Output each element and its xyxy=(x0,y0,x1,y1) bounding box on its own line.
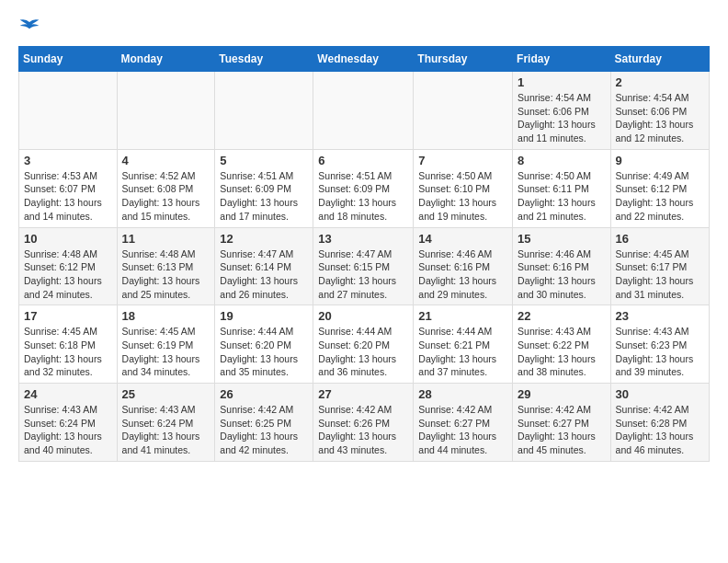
day-number: 2 xyxy=(616,75,704,89)
calendar-cell xyxy=(313,72,414,150)
day-number: 22 xyxy=(518,309,606,323)
day-info: Sunrise: 4:46 AM Sunset: 6:16 PM Dayligh… xyxy=(418,247,507,302)
day-number: 1 xyxy=(518,75,606,89)
day-number: 18 xyxy=(122,309,210,323)
calendar-cell: 22Sunrise: 4:43 AM Sunset: 6:22 PM Dayli… xyxy=(513,305,611,384)
calendar-cell: 26Sunrise: 4:42 AM Sunset: 6:25 PM Dayli… xyxy=(215,384,313,462)
calendar-cell: 24Sunrise: 4:43 AM Sunset: 6:24 PM Dayli… xyxy=(19,384,118,462)
page-header xyxy=(18,18,710,37)
day-info: Sunrise: 4:42 AM Sunset: 6:27 PM Dayligh… xyxy=(418,403,507,457)
day-number: 15 xyxy=(518,232,606,246)
day-info: Sunrise: 4:47 AM Sunset: 6:15 PM Dayligh… xyxy=(318,247,408,302)
weekday-header-tuesday: Tuesday xyxy=(215,47,313,72)
calendar-cell: 4Sunrise: 4:52 AM Sunset: 6:08 PM Daylig… xyxy=(117,149,215,227)
calendar-cell: 29Sunrise: 4:42 AM Sunset: 6:27 PM Dayli… xyxy=(513,384,611,462)
calendar-cell: 25Sunrise: 4:43 AM Sunset: 6:24 PM Dayli… xyxy=(117,384,215,462)
day-number: 29 xyxy=(518,387,606,401)
calendar-cell: 30Sunrise: 4:42 AM Sunset: 6:28 PM Dayli… xyxy=(610,384,709,462)
calendar-cell xyxy=(414,72,513,150)
day-number: 21 xyxy=(418,309,507,323)
logo xyxy=(18,18,44,37)
calendar-cell: 6Sunrise: 4:51 AM Sunset: 6:09 PM Daylig… xyxy=(313,149,414,227)
day-info: Sunrise: 4:48 AM Sunset: 6:13 PM Dayligh… xyxy=(122,247,210,302)
weekday-header-row: SundayMondayTuesdayWednesdayThursdayFrid… xyxy=(19,47,710,72)
day-number: 25 xyxy=(122,387,210,401)
day-info: Sunrise: 4:47 AM Sunset: 6:14 PM Dayligh… xyxy=(220,247,308,302)
day-info: Sunrise: 4:45 AM Sunset: 6:19 PM Dayligh… xyxy=(122,325,210,379)
calendar-cell: 18Sunrise: 4:45 AM Sunset: 6:19 PM Dayli… xyxy=(117,305,215,384)
calendar-table: SundayMondayTuesdayWednesdayThursdayFrid… xyxy=(18,46,710,462)
weekday-header-saturday: Saturday xyxy=(610,47,709,72)
week-row-4: 17Sunrise: 4:45 AM Sunset: 6:18 PM Dayli… xyxy=(19,305,710,384)
day-number: 11 xyxy=(122,232,210,246)
day-number: 27 xyxy=(318,387,408,401)
day-info: Sunrise: 4:44 AM Sunset: 6:21 PM Dayligh… xyxy=(418,325,507,379)
day-number: 12 xyxy=(220,232,308,246)
calendar-cell: 7Sunrise: 4:50 AM Sunset: 6:10 PM Daylig… xyxy=(414,149,513,227)
calendar-cell: 28Sunrise: 4:42 AM Sunset: 6:27 PM Dayli… xyxy=(414,384,513,462)
week-row-3: 10Sunrise: 4:48 AM Sunset: 6:12 PM Dayli… xyxy=(19,227,710,305)
day-info: Sunrise: 4:42 AM Sunset: 6:26 PM Dayligh… xyxy=(318,403,408,457)
day-number: 26 xyxy=(220,387,308,401)
day-number: 24 xyxy=(24,387,112,401)
day-info: Sunrise: 4:50 AM Sunset: 6:10 PM Dayligh… xyxy=(418,169,507,224)
weekday-header-friday: Friday xyxy=(513,47,611,72)
calendar-cell: 2Sunrise: 4:54 AM Sunset: 6:06 PM Daylig… xyxy=(610,72,709,150)
day-info: Sunrise: 4:44 AM Sunset: 6:20 PM Dayligh… xyxy=(220,325,308,379)
day-number: 13 xyxy=(318,232,408,246)
calendar-cell: 5Sunrise: 4:51 AM Sunset: 6:09 PM Daylig… xyxy=(215,149,313,227)
day-info: Sunrise: 4:48 AM Sunset: 6:12 PM Dayligh… xyxy=(24,247,112,302)
calendar-cell: 8Sunrise: 4:50 AM Sunset: 6:11 PM Daylig… xyxy=(513,149,611,227)
day-info: Sunrise: 4:45 AM Sunset: 6:18 PM Dayligh… xyxy=(24,325,112,379)
day-info: Sunrise: 4:43 AM Sunset: 6:24 PM Dayligh… xyxy=(122,403,210,457)
day-info: Sunrise: 4:51 AM Sunset: 6:09 PM Dayligh… xyxy=(318,169,408,224)
calendar-cell: 9Sunrise: 4:49 AM Sunset: 6:12 PM Daylig… xyxy=(610,149,709,227)
calendar-cell: 27Sunrise: 4:42 AM Sunset: 6:26 PM Dayli… xyxy=(313,384,414,462)
week-row-2: 3Sunrise: 4:53 AM Sunset: 6:07 PM Daylig… xyxy=(19,149,710,227)
day-number: 3 xyxy=(24,154,112,167)
day-info: Sunrise: 4:52 AM Sunset: 6:08 PM Dayligh… xyxy=(122,169,210,224)
calendar-cell: 11Sunrise: 4:48 AM Sunset: 6:13 PM Dayli… xyxy=(117,227,215,305)
calendar-cell: 12Sunrise: 4:47 AM Sunset: 6:14 PM Dayli… xyxy=(215,227,313,305)
day-info: Sunrise: 4:54 AM Sunset: 6:06 PM Dayligh… xyxy=(518,91,606,145)
day-info: Sunrise: 4:42 AM Sunset: 6:28 PM Dayligh… xyxy=(616,403,704,457)
weekday-header-monday: Monday xyxy=(117,47,215,72)
day-info: Sunrise: 4:51 AM Sunset: 6:09 PM Dayligh… xyxy=(220,169,308,224)
day-number: 14 xyxy=(418,232,507,246)
day-info: Sunrise: 4:42 AM Sunset: 6:25 PM Dayligh… xyxy=(220,403,308,457)
day-number: 4 xyxy=(122,154,210,167)
day-number: 9 xyxy=(616,154,704,167)
day-info: Sunrise: 4:45 AM Sunset: 6:17 PM Dayligh… xyxy=(616,247,704,302)
day-number: 20 xyxy=(318,309,408,323)
calendar-cell: 15Sunrise: 4:46 AM Sunset: 6:16 PM Dayli… xyxy=(513,227,611,305)
calendar-cell xyxy=(215,72,313,150)
day-number: 5 xyxy=(220,154,308,167)
calendar-cell: 10Sunrise: 4:48 AM Sunset: 6:12 PM Dayli… xyxy=(19,227,118,305)
day-info: Sunrise: 4:43 AM Sunset: 6:24 PM Dayligh… xyxy=(24,403,112,457)
calendar-cell xyxy=(19,72,118,150)
day-number: 6 xyxy=(318,154,408,167)
calendar-cell: 21Sunrise: 4:44 AM Sunset: 6:21 PM Dayli… xyxy=(414,305,513,384)
calendar-cell: 19Sunrise: 4:44 AM Sunset: 6:20 PM Dayli… xyxy=(215,305,313,384)
calendar-cell: 3Sunrise: 4:53 AM Sunset: 6:07 PM Daylig… xyxy=(19,149,118,227)
calendar-cell: 23Sunrise: 4:43 AM Sunset: 6:23 PM Dayli… xyxy=(610,305,709,384)
logo-bird-icon xyxy=(18,18,40,37)
day-info: Sunrise: 4:46 AM Sunset: 6:16 PM Dayligh… xyxy=(518,247,606,302)
day-info: Sunrise: 4:54 AM Sunset: 6:06 PM Dayligh… xyxy=(616,91,704,145)
calendar-cell: 1Sunrise: 4:54 AM Sunset: 6:06 PM Daylig… xyxy=(513,72,611,150)
calendar-cell: 20Sunrise: 4:44 AM Sunset: 6:20 PM Dayli… xyxy=(313,305,414,384)
day-number: 16 xyxy=(616,232,704,246)
day-number: 10 xyxy=(24,232,112,246)
calendar-cell: 17Sunrise: 4:45 AM Sunset: 6:18 PM Dayli… xyxy=(19,305,118,384)
day-number: 28 xyxy=(418,387,507,401)
day-number: 7 xyxy=(418,154,507,167)
day-info: Sunrise: 4:43 AM Sunset: 6:22 PM Dayligh… xyxy=(518,325,606,379)
day-number: 19 xyxy=(220,309,308,323)
calendar-cell: 13Sunrise: 4:47 AM Sunset: 6:15 PM Dayli… xyxy=(313,227,414,305)
day-number: 23 xyxy=(616,309,704,323)
weekday-header-wednesday: Wednesday xyxy=(313,47,414,72)
day-number: 17 xyxy=(24,309,112,323)
week-row-5: 24Sunrise: 4:43 AM Sunset: 6:24 PM Dayli… xyxy=(19,384,710,462)
day-info: Sunrise: 4:42 AM Sunset: 6:27 PM Dayligh… xyxy=(518,403,606,457)
calendar-cell: 16Sunrise: 4:45 AM Sunset: 6:17 PM Dayli… xyxy=(610,227,709,305)
